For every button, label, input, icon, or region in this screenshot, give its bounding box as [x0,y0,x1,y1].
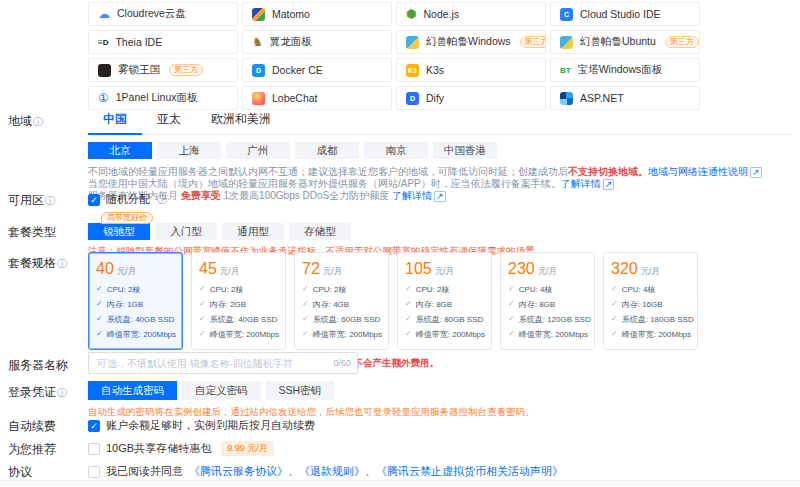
char-counter: 0/60 [333,358,351,368]
storage-pack-checkbox[interactable] [88,443,100,455]
section-recommend: 为您推荐 10GB共享存储特惠包 9.99 元/月 [0,441,800,458]
price-value: 230 [508,260,535,278]
spec-item: ✓ 系统盘: 180GB SSD [611,314,690,325]
info-icon: ⓘ [57,258,67,269]
city-中国香港[interactable]: 中国香港 [433,142,497,159]
info-icon: ⓘ [57,387,67,398]
app-card-nodejs[interactable]: ⬢ Node.js [396,2,546,26]
check-icon: ✓ [302,329,309,340]
nodejs-icon: ⬢ [406,8,416,21]
check-icon: ✓ [611,314,618,325]
connectivity-link[interactable]: 地域与网络连通性说明 [648,166,748,177]
spec-items: ✓ CPU: 2核 ✓ 内存: 1GB ✓ 系统盘: 40GB SSD ✓ 峰值… [96,284,175,340]
spec-item: ✓ 内存: 8GB [405,299,484,310]
agreement-link[interactable]: 《腾讯云禁止虚拟货币相关活动声明》 [376,465,563,477]
app-label: Docker CE [272,64,323,76]
app-label: 雾锁王国 [118,63,160,77]
spec-card[interactable]: 105 元/月 ✓ CPU: 2核 ✓ 内存: 8GB ✓ 系统盘: 80GB … [397,252,492,350]
city-北京[interactable]: 北京 [88,142,152,159]
spec-text: 系统盘: 40GB SSD [210,314,278,325]
app-label: Cloudreve云盘 [117,7,186,21]
check-icon: ✓ [90,421,98,431]
section-zone: 可用区ⓘ ✓ 随机分配 ⓘ [0,192,800,209]
spec-text: CPU: 4核 [622,284,656,295]
spec-text: CPU: 2核 [416,284,450,295]
spec-text: 内存: 4GB [313,299,349,310]
app-card-bt-panel[interactable]: BT 宝塔Windows面板 [550,58,700,82]
third-party-badge: 第三方 [169,64,203,76]
spec-text: 内存: 2GB [210,299,246,310]
price-unit: 元/月 [641,266,660,278]
plan-type-list: 锐驰型入门型通用型存储型 [88,223,792,240]
app-card-1panel[interactable]: ① 1Panel Linux面板 [88,86,238,110]
app-label: Matomo [272,8,310,20]
footer-bar [0,480,800,487]
random-assign-checkbox[interactable]: ✓ [88,194,100,206]
tab-中国[interactable]: 中国 [88,110,142,135]
learn-more-link[interactable]: 了解详情 [561,178,601,189]
city-南京[interactable]: 南京 [364,142,428,159]
tab-欧洲和美洲[interactable]: 欧洲和美洲 [196,110,286,134]
app-card-aspnet[interactable]: ASP.NET [550,86,700,110]
agreement-link[interactable]: 《退款规则》 [299,465,365,477]
plan-type-锐驰型[interactable]: 锐驰型 [88,223,150,240]
zone-label: 可用区ⓘ [0,192,88,209]
app-card-cloudreve[interactable]: ☁ Cloudreve云盘 [88,2,238,26]
palworld-ubuntu-icon [560,36,573,49]
external-link-icon: ↗ [750,167,762,178]
check-icon: ✓ [199,299,206,310]
app-label: 幻兽帕鲁Windows [426,35,511,49]
app-label: 宝塔Windows面板 [578,63,663,77]
plan-type-label: 套餐类型 [0,214,88,241]
check-icon: ✓ [405,314,412,325]
spec-item: ✓ CPU: 2核 [96,284,175,295]
auto-renew-checkbox[interactable]: ✓ [88,420,100,432]
city-成都[interactable]: 成都 [295,142,359,159]
credential-自定义密码[interactable]: 自定义密码 [182,381,261,400]
app-card-pterodactyl[interactable]: ♞ 翼龙面板 [242,30,392,54]
region-note-2: 当您使用中国大陆（境内）地域的轻量应用服务器对外提供服务（网站/APP）时，应当… [88,178,792,190]
app-card-palworld-ubuntu[interactable]: 幻兽帕鲁Ubuntu 第三方 [550,30,700,54]
app-card-theia[interactable]: ≡D Theia IDE [88,30,238,54]
check-icon: ✓ [96,329,103,340]
dify-icon: D [406,92,419,105]
spec-card[interactable]: 45 元/月 ✓ CPU: 2核 ✓ 内存: 2GB ✓ 系统盘: 40GB S… [191,252,286,350]
separator: 、 [288,465,299,477]
plan-type-入门型[interactable]: 入门型 [155,223,217,240]
check-icon: ✓ [508,314,515,325]
spec-text: 内存: 8GB [519,299,555,310]
app-card-dify[interactable]: D Dify [396,86,546,110]
app-card-docker[interactable]: D Docker CE [242,58,392,82]
plan-type-通用型[interactable]: 通用型 [222,223,284,240]
check-icon: ✓ [302,299,309,310]
price-value: 72 [302,260,320,278]
app-card-enshrouded[interactable]: 雾锁王国 第三方 [88,58,238,82]
region-note-1: 不同地域的轻量应用服务器之间默认内网不互通；建议选择靠近您客户的地域，可降低访问… [88,166,792,178]
spec-text: 系统盘: 120GB SSD [519,314,591,325]
credential-list: 自动生成密码自定义密码SSH密钥 [88,381,792,400]
spec-card[interactable]: 320 元/月 ✓ CPU: 4核 ✓ 内存: 16GB ✓ 系统盘: 180G… [603,252,698,350]
spec-card[interactable]: 230 元/月 ✓ CPU: 4核 ✓ 内存: 8GB ✓ 系统盘: 120GB… [500,252,595,350]
city-上海[interactable]: 上海 [157,142,221,159]
app-card-palworld-windows[interactable]: 幻兽帕鲁Windows 第三方 [396,30,546,54]
spec-card[interactable]: 72 元/月 ✓ CPU: 2核 ✓ 内存: 4GB ✓ 系统盘: 60GB S… [294,252,389,350]
price-row: 45 元/月 [199,260,278,278]
app-card-cloud-studio[interactable]: C Cloud Studio IDE [550,2,700,26]
tab-亚太[interactable]: 亚太 [142,110,196,134]
credential-SSH密钥[interactable]: SSH密钥 [266,381,335,400]
app-label: LobeChat [272,92,318,104]
app-card-k3s[interactable]: K3 K3s [396,58,546,82]
app-card-lobechat[interactable]: LobeChat [242,86,392,110]
server-name-input[interactable] [88,352,358,374]
price-row: 40 元/月 [96,260,175,278]
credential-自动生成密码[interactable]: 自动生成密码 [88,381,177,400]
city-广州[interactable]: 广州 [226,142,290,159]
plan-type-存储型[interactable]: 存储型 [289,223,351,240]
agreement-checkbox[interactable] [88,466,100,478]
spec-card[interactable]: 40 元/月 ✓ CPU: 2核 ✓ 内存: 1GB ✓ 系统盘: 40GB S… [88,252,183,350]
enshrouded-icon [98,64,111,77]
app-card-matomo[interactable]: Matomo [242,2,392,26]
agreement-link[interactable]: 《腾讯云服务协议》 [189,465,288,477]
city-list: 北京上海广州成都南京中国香港 [88,142,792,159]
price-row: 230 元/月 [508,260,587,278]
